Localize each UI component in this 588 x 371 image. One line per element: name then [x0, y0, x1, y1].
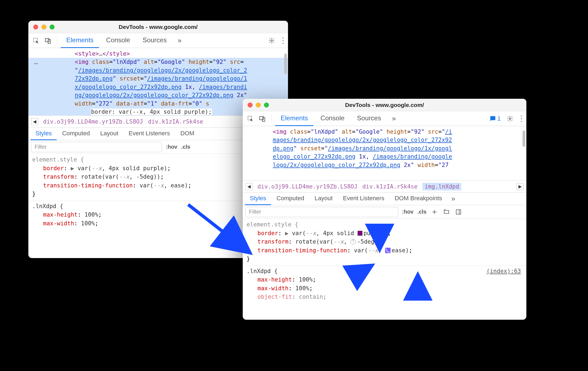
computed-panel-icon[interactable] — [454, 208, 463, 216]
devtools-window-after: DevTools - www.google.com/ Elements Cons… — [243, 99, 526, 320]
main-tabstrip: Elements Console Sources » ⋮ — [28, 33, 288, 48]
close-brace: } — [247, 255, 523, 264]
subtab-event-listeners[interactable]: Event Listeners — [124, 128, 175, 140]
more-tabs-icon[interactable]: » — [174, 36, 185, 45]
tab-elements[interactable]: Elements — [61, 33, 99, 48]
gear-icon[interactable] — [505, 114, 515, 124]
easing-swatch-icon[interactable] — [385, 248, 391, 253]
svg-rect-5 — [260, 116, 263, 120]
svg-rect-9 — [456, 210, 461, 214]
window-title: DevTools - www.google.com/ — [28, 24, 288, 30]
kebab-menu-icon[interactable]: ⋮ — [517, 114, 526, 124]
subtab-layout[interactable]: Layout — [310, 193, 337, 205]
tab-console[interactable]: Console — [315, 111, 350, 126]
main-tabstrip: Elements Console Sources » 1 ⋮ — [243, 111, 526, 126]
css-property-row[interactable]: border: ▶ var(--x, 4px solid purple); — [247, 229, 523, 238]
filter-row: Filter :hov .cls — [243, 205, 526, 219]
close-window-icon[interactable] — [33, 25, 38, 29]
css-property-row[interactable]: object-fit: contain; — [247, 293, 523, 301]
filter-placeholder: Filter — [249, 209, 261, 215]
more-subtabs-icon[interactable]: » — [448, 195, 459, 203]
traffic-lights — [248, 103, 269, 107]
subtab-dom-breakpoints[interactable]: DOM — [175, 128, 199, 140]
lnxdpd-block: (index):63 .lnXdpd { max-height: 100%; m… — [247, 267, 523, 301]
tab-elements[interactable]: Elements — [275, 111, 313, 126]
filter-input[interactable]: Filter — [31, 142, 162, 152]
window-title: DevTools - www.google.com/ — [243, 102, 526, 108]
device-toggle-icon[interactable] — [44, 36, 52, 45]
filter-input[interactable]: Filter — [245, 207, 398, 217]
svg-rect-1 — [45, 38, 49, 42]
breadcrumb-left-icon[interactable]: ◀ — [31, 118, 38, 125]
svg-rect-8 — [444, 210, 449, 213]
tab-console[interactable]: Console — [101, 33, 136, 48]
minimize-window-icon[interactable] — [256, 103, 261, 107]
hov-toggle[interactable]: :hov — [166, 144, 177, 150]
dom-selected-element[interactable]: <img class="lnXdpd" alt="Google" height=… — [28, 58, 288, 66]
hov-toggle[interactable]: :hov — [402, 209, 413, 215]
subtab-event-listeners[interactable]: Event Listeners — [338, 193, 389, 205]
kebab-menu-icon[interactable]: ⋮ — [278, 36, 288, 46]
tab-sources[interactable]: Sources — [352, 111, 386, 126]
scrollbar-thumb[interactable] — [523, 130, 525, 147]
traffic-lights — [33, 25, 55, 29]
subtab-styles[interactable]: Styles — [31, 128, 57, 140]
css-property-row[interactable]: transform: rotate(var(--x, -5deg)); — [247, 238, 523, 246]
minimize-window-icon[interactable] — [41, 25, 46, 29]
breadcrumb-left-icon[interactable]: ◀ — [245, 183, 253, 190]
scrollbar-thumb[interactable] — [284, 53, 287, 74]
issues-count: 1 — [497, 115, 501, 122]
cls-toggle[interactable]: .cls — [181, 144, 190, 150]
element-style-block: element.style { border: ▶ var(--x, 4px s… — [247, 220, 523, 264]
breadcrumb: ◀ div.o3j99.LLD4me.yr19Zb.LS8OJ div.k1zI… — [243, 181, 526, 193]
breadcrumb-item[interactable]: div.o3j99.LLD4me.yr19Zb.LS8OJ — [257, 183, 358, 190]
color-swatch-icon[interactable] — [358, 231, 362, 236]
titlebar: DevTools - www.google.com/ — [243, 99, 526, 111]
tab-sources[interactable]: Sources — [137, 33, 172, 48]
subtab-styles[interactable]: Styles — [245, 193, 271, 205]
selector-text: element.style { — [247, 220, 523, 229]
inspect-icon[interactable] — [32, 36, 40, 45]
device-toggle-icon[interactable] — [258, 114, 267, 123]
close-window-icon[interactable] — [248, 103, 253, 107]
maximize-window-icon[interactable] — [50, 25, 55, 29]
subtab-computed[interactable]: Computed — [57, 128, 95, 140]
subtab-dom-breakpoints[interactable]: DOM Breakpoints — [390, 193, 447, 205]
angle-swatch-icon[interactable] — [350, 239, 356, 244]
svg-point-3 — [271, 40, 272, 41]
css-property-row[interactable]: transition-timing-function: var(--x, eas… — [247, 246, 523, 255]
breadcrumb-item-selected[interactable]: img.lnXdpd — [422, 183, 461, 190]
svg-point-7 — [509, 118, 511, 119]
maximize-window-icon[interactable] — [264, 103, 269, 107]
inspect-icon[interactable] — [246, 114, 255, 123]
titlebar: DevTools - www.google.com/ — [28, 21, 288, 33]
styles-subtabs: Styles Computed Layout Event Listeners D… — [243, 193, 526, 205]
flexbox-overlay-icon[interactable] — [442, 208, 451, 216]
gear-icon[interactable] — [267, 36, 277, 46]
new-rule-icon[interactable] — [430, 208, 439, 216]
breadcrumb-right-icon[interactable]: ▶ — [517, 183, 524, 190]
filter-placeholder: Filter — [35, 144, 47, 150]
breadcrumb-item[interactable]: div.k1zIA.rSk4se — [148, 118, 203, 125]
dom-text: <style> — [75, 50, 99, 57]
ellipsis-icon: ⋯ — [34, 59, 38, 68]
selector-text: .lnXdpd { — [247, 267, 523, 276]
more-tabs-icon[interactable]: » — [388, 114, 400, 123]
breadcrumb-item[interactable]: div.o3j99.LLD4me.yr19Zb.LS8OJ — [43, 118, 143, 125]
css-property-row[interactable]: max-height: 100%; — [247, 276, 523, 284]
cls-toggle[interactable]: .cls — [417, 209, 426, 215]
source-link[interactable]: (index):63 — [487, 267, 521, 276]
issues-button[interactable]: 1 — [487, 115, 503, 122]
breadcrumb-item[interactable]: div.k1zIA.rSk4se — [362, 183, 418, 190]
styles-pane[interactable]: element.style { border: ▶ var(--x, 4px s… — [243, 219, 526, 320]
subtab-computed[interactable]: Computed — [272, 193, 309, 205]
dom-tree-panel[interactable]: <img class="lnXdpd" alt="Google" height=… — [243, 126, 526, 181]
css-property-row[interactable]: max-width: 100%; — [247, 284, 523, 293]
subtab-layout[interactable]: Layout — [95, 128, 123, 140]
